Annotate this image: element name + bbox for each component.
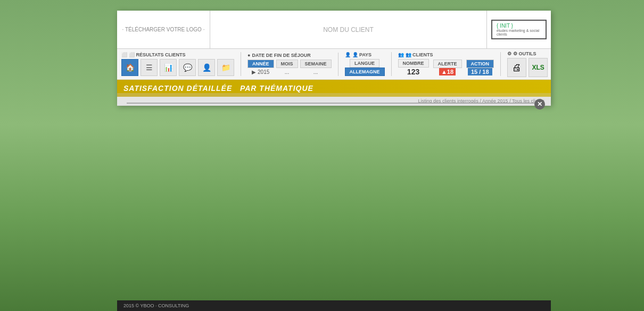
footer-copyright: 2015 © YBOO · CONSULTING [123,303,189,308]
modal-close-btn[interactable]: ✕ [534,99,545,110]
client-name-field[interactable]: NOM DU CLIENT [210,11,487,48]
filter-annee: ANNÉE ▶ 2015 [247,60,274,76]
outils-title: ⚙ ⚙ OUTILS [507,51,536,56]
brand-logo: { INIT } études marketing & social clien… [487,11,551,48]
date-filters: ANNÉE ▶ 2015 MOIS ... SEMAINE ... [247,60,332,76]
stat-action: ACTION 15 / 18 [466,60,494,75]
brand-tagline: études marketing & social clients [497,29,541,36]
outils-icon: ⚙ [507,51,511,56]
nav-user-btn[interactable]: 👤 [198,59,215,76]
pays-label: 👤 PAYS [352,52,372,57]
filter-semaine: SEMAINE ... [300,60,332,76]
resultats-title: ⬜ ⬜ RÉSULTATS CLIENTS [121,52,186,57]
header: · TÉLÉCHARGER VOTRE LOGO · NOM DU CLIENT… [117,11,551,49]
action-val: 15 / 18 [468,68,492,75]
clients-icon: 👥 [398,52,404,57]
action-label: ACTION [466,60,494,68]
brand-name: { INIT } [497,23,541,29]
date-icon: ● [247,53,250,58]
print-icon[interactable]: 🖨 [507,58,526,77]
btn-mois[interactable]: MOIS [276,60,298,68]
nav-list-btn[interactable]: ☰ [141,59,158,76]
stat-alerte: ALERTE ▲18 [433,60,462,75]
modal: ✕ INFO CLIENT Date fin séjour Civ [127,103,541,104]
stat-nombre: NOMBRE 123 [398,59,429,76]
val-semaine: ... [311,68,320,76]
outils-icons: 🖨 XLS [507,58,548,77]
satisfaction-title: SATISFACTION DÉTAILLÉE PAR THÉMATIQUE [123,84,313,93]
resultats-icons: 🏠 ☰ 📊 💬 👤 📁 [121,59,234,76]
modal-overlay: ✕ INFO CLIENT Date fin séjour Civ [117,93,551,106]
pays-filter: LANGUE ALLEMAGNE [345,59,385,76]
nombre-label: NOMBRE [398,59,429,68]
client-name-text: NOM DU CLIENT [323,26,374,33]
footer: 2015 © YBOO · CONSULTING [117,300,551,311]
btn-semaine[interactable]: SEMAINE [300,60,332,68]
nav-comment-btn[interactable]: 💬 [179,59,196,76]
logo-placeholder-text: · TÉLÉCHARGER VOTRE LOGO · [122,27,205,32]
resultats-label: ⬜ RÉSULTATS CLIENTS [129,52,186,57]
clients-title: 👥 👥 CLIENTS [398,52,433,57]
main-container: · TÉLÉCHARGER VOTRE LOGO · NOM DU CLIENT… [117,11,551,106]
sat-subtitle-text: PAR THÉMATIQUE [240,84,313,93]
clients-label: 👥 CLIENTS [406,52,433,57]
date-section: ● DATE DE FIN DE SÉJOUR ANNÉE ▶ 2015 MOI… [247,53,338,76]
date-label: DATE DE FIN DE SÉJOUR [252,53,310,58]
pays-title: 👤 👤 PAYS [345,52,372,57]
outils-label: ⚙ OUTILS [513,51,536,56]
resultats-icon: ⬜ [121,52,127,57]
outils-section: ⚙ ⚙ OUTILS 🖨 XLS [507,51,554,77]
pays-icon: 👤 [345,52,351,57]
clients-section: 👥 👥 CLIENTS NOMBRE 123 ALERTE ▲18 ACTION… [398,52,501,76]
btn-annee[interactable]: ANNÉE [247,60,274,68]
nav-chart-btn[interactable]: 📊 [160,59,177,76]
btn-langue[interactable]: ALLEMAGNE [345,68,385,76]
sat-title-text: SATISFACTION DÉTAILLÉE [123,84,232,93]
alerte-label: ALERTE [433,60,462,68]
logo-upload[interactable]: · TÉLÉCHARGER VOTRE LOGO · [117,11,210,48]
navbar: ⬜ ⬜ RÉSULTATS CLIENTS 🏠 ☰ 📊 💬 👤 📁 ● DATE… [117,49,551,80]
pays-section: 👤 👤 PAYS LANGUE ALLEMAGNE [345,52,392,76]
nombre-val: 123 [407,68,419,76]
val-mois: ... [283,68,291,76]
excel-icon[interactable]: XLS [529,58,548,77]
val-annee: ▶ 2015 [250,68,271,76]
pays-langue-label: LANGUE [350,59,379,68]
brand-box: { INIT } études marketing & social clien… [491,20,547,39]
filter-mois: MOIS ... [276,60,298,76]
nav-home-btn[interactable]: 🏠 [121,59,138,76]
resultats-section: ⬜ ⬜ RÉSULTATS CLIENTS 🏠 ☰ 📊 💬 👤 📁 [121,52,241,76]
date-title: ● DATE DE FIN DE SÉJOUR [247,53,311,58]
alerte-val: ▲18 [439,68,456,75]
nav-folder-btn[interactable]: 📁 [217,59,234,76]
clients-stats: NOMBRE 123 ALERTE ▲18 ACTION 15 / 18 [398,59,494,76]
